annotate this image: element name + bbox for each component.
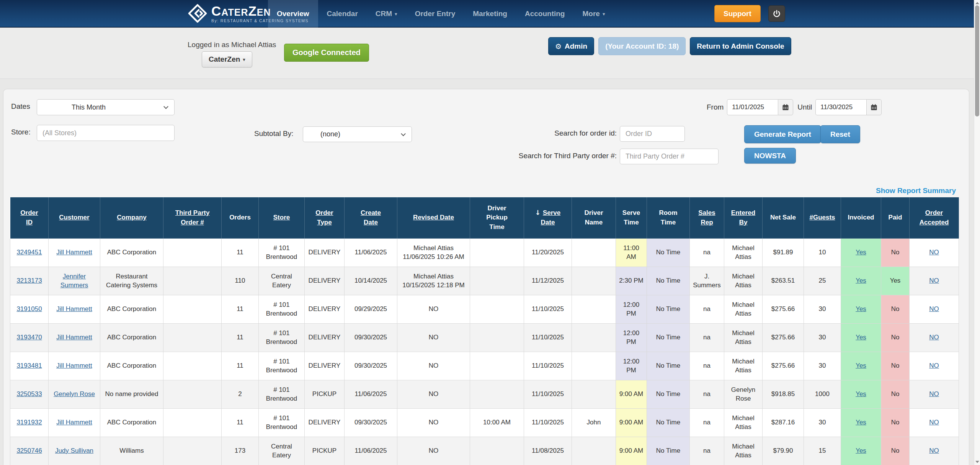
column-header-order_id[interactable]: Order ID bbox=[10, 197, 49, 239]
customer-link[interactable]: Genelyn Rose bbox=[54, 390, 95, 398]
calendar-icon bbox=[782, 104, 789, 111]
customer-link[interactable]: Jill Hammett bbox=[56, 419, 92, 426]
column-header-entered_by[interactable]: Entered By bbox=[724, 197, 763, 239]
order-accepted-link[interactable]: NO bbox=[929, 277, 939, 284]
order-id-search-input[interactable] bbox=[620, 126, 685, 142]
customer-link[interactable]: Jill Hammett bbox=[56, 305, 92, 313]
invoiced-link[interactable]: Yes bbox=[856, 390, 866, 398]
customer-link[interactable]: Judy Sullivan bbox=[55, 447, 93, 454]
from-calendar-button[interactable] bbox=[778, 99, 793, 115]
column-label-company: Company bbox=[117, 214, 146, 221]
subtotal-by-select[interactable]: (none) bbox=[303, 126, 412, 142]
scrollbar-thumb[interactable] bbox=[975, 5, 979, 116]
cell-customer: Jill Hammett bbox=[49, 352, 100, 380]
cell-third_party bbox=[163, 324, 222, 352]
column-header-serve_date[interactable]: ↓ Serve Date bbox=[524, 197, 572, 239]
column-header-company[interactable]: Company bbox=[100, 197, 163, 239]
cell-driver_name bbox=[572, 352, 616, 380]
customer-link[interactable]: Jill Hammett bbox=[56, 334, 92, 341]
nav-item-calendar[interactable]: Calendar bbox=[318, 0, 367, 28]
account-id-badge[interactable]: (Your Account ID: 18) bbox=[598, 37, 686, 55]
column-header-customer[interactable]: Customer bbox=[49, 197, 100, 239]
column-header-sales_rep[interactable]: Sales Rep bbox=[690, 197, 724, 239]
google-connected-button[interactable]: Google Connected bbox=[284, 44, 369, 62]
until-date-input[interactable] bbox=[815, 99, 866, 115]
customer-link[interactable]: Jennifer Summers bbox=[60, 273, 88, 289]
store-input[interactable] bbox=[37, 125, 175, 141]
cell-paid: No bbox=[881, 324, 910, 352]
logout-power-button[interactable] bbox=[768, 5, 785, 22]
reset-button[interactable]: Reset bbox=[820, 125, 860, 143]
order-id-link[interactable]: 3191932 bbox=[16, 419, 42, 426]
nav-item-order-entry[interactable]: Order Entry bbox=[406, 0, 464, 28]
nav-item-more[interactable]: More▾ bbox=[573, 0, 614, 28]
column-header-guests[interactable]: #Guests bbox=[804, 197, 841, 239]
from-label: From bbox=[707, 103, 724, 111]
cell-orders: 11 bbox=[222, 295, 259, 324]
return-label: Return to Admin Console bbox=[697, 42, 784, 51]
column-header-create_date[interactable]: Create Date bbox=[345, 197, 397, 239]
order-accepted-link[interactable]: NO bbox=[929, 419, 939, 426]
cell-customer: Jill Hammett bbox=[49, 409, 100, 437]
order-id-link[interactable]: 3250533 bbox=[16, 390, 42, 398]
cell-serve_time: 9:00 AM bbox=[616, 380, 647, 409]
order-id-link[interactable]: 3191050 bbox=[16, 305, 42, 313]
order-id-link[interactable]: 3249451 bbox=[16, 249, 42, 256]
order-id-link[interactable]: 3250746 bbox=[16, 447, 42, 454]
nav-item-accounting[interactable]: Accounting bbox=[516, 0, 574, 28]
scroll-up-arrow[interactable] bbox=[974, 0, 980, 6]
cell-room_time: No Time bbox=[647, 409, 690, 437]
cell-order_id: 3193481 bbox=[10, 352, 49, 380]
order-accepted-link[interactable]: NO bbox=[929, 390, 939, 398]
show-report-summary-link[interactable]: Show Report Summary bbox=[876, 187, 956, 195]
column-header-store[interactable]: Store bbox=[259, 197, 305, 239]
column-header-order_accepted[interactable]: Order Accepted bbox=[910, 197, 959, 239]
order-accepted-link[interactable]: NO bbox=[929, 334, 939, 341]
invoiced-link[interactable]: Yes bbox=[856, 249, 866, 256]
invoiced-link[interactable]: Yes bbox=[856, 447, 866, 454]
support-button[interactable]: Support bbox=[714, 5, 761, 22]
nav-item-overview[interactable]: Overview bbox=[268, 0, 318, 28]
generate-report-button[interactable]: Generate Report bbox=[744, 125, 821, 143]
order-accepted-link[interactable]: NO bbox=[929, 362, 939, 369]
order-accepted-link[interactable]: NO bbox=[929, 305, 939, 313]
cell-customer: Jill Hammett bbox=[49, 295, 100, 324]
customer-link[interactable]: Jill Hammett bbox=[56, 362, 92, 369]
third-party-search-input[interactable] bbox=[620, 149, 719, 164]
column-header-revised[interactable]: Revised Date bbox=[397, 197, 470, 239]
invoiced-link[interactable]: Yes bbox=[856, 362, 866, 369]
column-header-order_type[interactable]: Order Type bbox=[305, 197, 345, 239]
column-label-order_accepted: Order Accepted bbox=[920, 209, 949, 226]
dates-select[interactable]: This Month bbox=[37, 99, 175, 115]
cell-create_date: 09/30/2025 bbox=[345, 324, 397, 352]
invoiced-link[interactable]: Yes bbox=[856, 305, 866, 313]
order-id-link[interactable]: 3193481 bbox=[16, 362, 42, 369]
cell-order_accepted: NO bbox=[910, 352, 959, 380]
cell-room_time: No Time bbox=[647, 324, 690, 352]
customer-link[interactable]: Jill Hammett bbox=[56, 249, 92, 256]
order-accepted-link[interactable]: NO bbox=[929, 249, 939, 256]
nowsta-button[interactable]: NOWSTA bbox=[744, 148, 796, 164]
scroll-down-arrow[interactable] bbox=[974, 459, 980, 465]
order-accepted-link[interactable]: NO bbox=[929, 447, 939, 454]
invoiced-link[interactable]: Yes bbox=[856, 277, 866, 284]
from-date-input[interactable] bbox=[727, 99, 778, 115]
cell-revised: NO bbox=[397, 409, 470, 437]
cell-invoiced: Yes bbox=[841, 409, 881, 437]
nav-item-marketing[interactable]: Marketing bbox=[464, 0, 516, 28]
cell-store: # 101 Brentwood bbox=[259, 409, 305, 437]
nav-item-crm[interactable]: CRM▾ bbox=[367, 0, 406, 28]
column-header-third_party[interactable]: Third Party Order # bbox=[163, 197, 222, 239]
order-id-link[interactable]: 3193470 bbox=[16, 334, 42, 341]
return-to-admin-console-button[interactable]: Return to Admin Console bbox=[690, 37, 791, 55]
invoiced-link[interactable]: Yes bbox=[856, 334, 866, 341]
order-id-link[interactable]: 3213173 bbox=[16, 277, 42, 284]
column-label-revised: Revised Date bbox=[413, 214, 454, 221]
invoiced-link[interactable]: Yes bbox=[856, 419, 866, 426]
account-menu-label: CaterZen bbox=[209, 55, 240, 64]
account-menu-button[interactable]: CaterZen ▾ bbox=[202, 51, 252, 67]
until-calendar-button[interactable] bbox=[866, 99, 882, 115]
vertical-scrollbar[interactable] bbox=[974, 0, 980, 465]
cell-paid: No bbox=[881, 380, 910, 409]
admin-button[interactable]: ⚙ Admin bbox=[548, 37, 594, 55]
